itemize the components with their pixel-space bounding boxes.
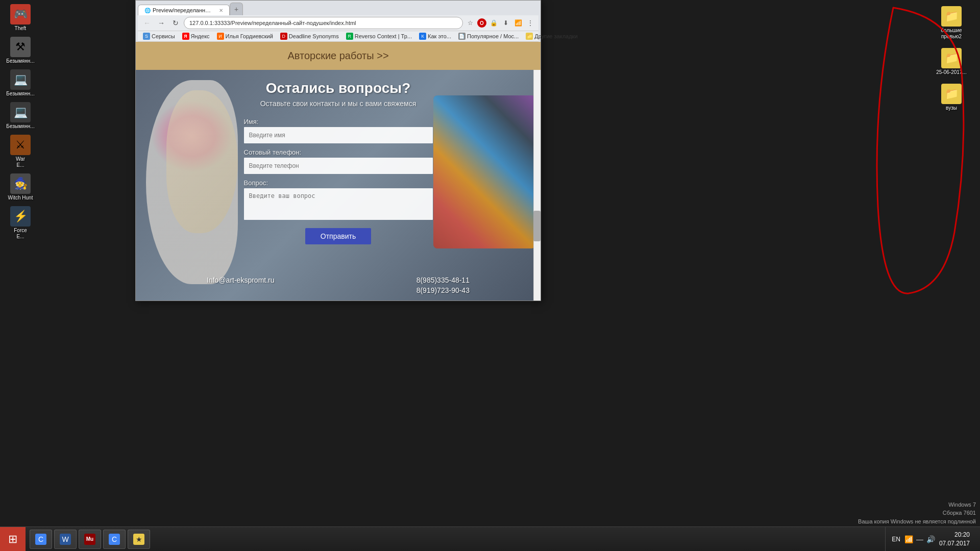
bigpreview-icon: 📁 (941, 6, 962, 27)
desktop-icons-left: 🎮 Theft ⚒ Безымянн... 💻 Безымянн... 💻 Бе… (0, 0, 41, 244)
taskbar-clock: 20:20 07.07.2017 (939, 531, 974, 548)
taskbar-muse-button[interactable]: Mu (79, 530, 101, 549)
extensions-icon[interactable]: 🔒 (488, 18, 499, 28)
bookmark-services[interactable]: S Сервисы (141, 32, 177, 40)
bigpreview-label: большие превью2 (935, 28, 968, 40)
bookmark-reverso[interactable]: R Reverso Context | Тр... (344, 32, 414, 40)
form-group-question: Вопрос: (244, 179, 433, 222)
war-icon: ⚔ (10, 135, 31, 155)
cast-icon[interactable]: 📶 (513, 18, 523, 28)
idle2-label: Безымянн... (6, 123, 34, 130)
bookmark-services-label: Сервисы (152, 33, 175, 39)
contact-form: Имя: Сотовый телефон: Вопрос: Отправить (244, 118, 433, 244)
idle-icon: 💻 (10, 69, 31, 90)
bookmarks-bar: S Сервисы Я Яндекс И Илья Гордиевский D … (138, 31, 538, 42)
desktop-icon-vuzy[interactable]: 📁 вузы (933, 82, 970, 113)
desktop-icon-theft[interactable]: 🎮 Theft (2, 2, 39, 34)
contact-subtitle: Оставьте свои контакты и мы с вами свяже… (260, 99, 416, 108)
clock-time: 20:20 (939, 531, 970, 539)
theft-icon: 🎮 (10, 4, 31, 24)
force-label: ForceE... (14, 228, 27, 240)
bookmark-services-icon: S (143, 33, 150, 40)
idle-label: Безымянн... (6, 91, 34, 97)
nav-icons-right: ☆ O 🔒 ⬇ 📶 ⋮ (465, 18, 535, 28)
submit-button[interactable]: Отправить (305, 228, 371, 244)
taskbar-muse-icon: Mu (84, 534, 95, 545)
bookmark-other-icon: 📁 (526, 33, 533, 40)
taskbar-chrome-icon: C (35, 534, 46, 545)
bookmark-other[interactable]: 📁 Другие закладки (524, 32, 579, 40)
bookmark-kak[interactable]: К Как это... (417, 32, 453, 40)
question-textarea[interactable] (244, 188, 433, 220)
theft-label: Theft (15, 26, 27, 32)
phone-input[interactable] (244, 158, 433, 174)
nav-back-button[interactable]: ← (141, 17, 153, 29)
bookmark-popular-icon: 📄 (458, 33, 465, 40)
desktop-icon-datefolder[interactable]: 📁 25-06-2017... (933, 46, 970, 78)
nav-forward-button[interactable]: → (155, 17, 167, 29)
bookmark-deadline-icon: D (280, 33, 287, 40)
contact-phone2: 8(919)723-90-43 (416, 286, 470, 294)
bookmark-yandex-label: Яндекс (191, 33, 210, 39)
desktop-icon-witch[interactable]: 🧙 Witch Hunt (2, 171, 39, 203)
contact-phones: 8(985)335-48-11 8(919)723-90-43 (416, 276, 470, 294)
vuzy-icon: 📁 (941, 84, 962, 104)
bookmark-yandex[interactable]: Я Яндекс (180, 32, 212, 40)
bookmark-star-icon[interactable]: ☆ (465, 18, 475, 28)
desktop-icon-force[interactable]: ⚡ ForceE... (2, 204, 39, 242)
taskbar-word-button[interactable]: W (54, 530, 77, 549)
vuzy-label: вузы (946, 105, 957, 111)
download-icon[interactable]: ⬇ (501, 18, 511, 28)
desktop-icons-right: 📁 большие превью2 📁 25-06-2017... 📁 вузы (929, 0, 980, 117)
contact-email: Info@art-ekspromt.ru (207, 276, 274, 294)
form-group-phone: Сотовый телефон: (244, 148, 433, 174)
desktop-icon-bigpreview[interactable]: 📁 большие превью2 (933, 4, 970, 42)
taskbar-star-icon: ★ (133, 534, 144, 545)
opera-icon: O (477, 18, 486, 28)
bookmark-kak-label: Как это... (428, 33, 451, 39)
contact-content: Остались вопросы? Оставьте свои контакты… (136, 70, 541, 244)
menu-icon[interactable]: ⋮ (525, 18, 535, 28)
desktop: 🎮 Theft ⚒ Безымянн... 💻 Безымянн... 💻 Бе… (0, 0, 980, 551)
desktop-icon-craft[interactable]: ⚒ Безымянн... (2, 35, 39, 66)
nav-refresh-button[interactable]: ↻ (169, 17, 182, 29)
taskbar: ⊞ C W Mu C ★ EN 📶 — 🔊 (0, 527, 980, 551)
taskbar-items: C W Mu C ★ (26, 530, 885, 549)
bookmark-ilya-label: Илья Гордиевский (226, 33, 273, 39)
form-group-name: Имя: (244, 118, 433, 143)
tab-close-icon[interactable]: ✕ (219, 8, 223, 13)
contact-bottom: Info@art-ekspromt.ru 8(985)335-48-11 8(9… (136, 276, 541, 294)
address-bar[interactable] (184, 17, 463, 29)
witch-label: Witch Hunt (8, 195, 33, 201)
browser-tab-active[interactable]: 🌐 Preview/переделанный-сайт-подушек/inde… (138, 5, 230, 15)
desktop-icon-war[interactable]: ⚔ WarE... (2, 133, 39, 170)
browser-tabs-row: 🌐 Preview/переделанный-сайт-подушек/inde… (138, 3, 538, 15)
clock-date: 07.07.2017 (939, 539, 970, 548)
taskbar-tray: EN 📶 — 🔊 20:20 07.07.2017 (885, 527, 980, 552)
bookmark-popular[interactable]: 📄 Популярное / Мос... (456, 32, 521, 40)
site-banner: Авторские работы >> (136, 42, 541, 70)
witch-icon: 🧙 (10, 173, 31, 194)
bookmark-deadline-label: Deadline Synonyms (289, 33, 339, 39)
bookmark-deadline[interactable]: D Deadline Synonyms (278, 32, 341, 40)
taskbar-chrome2-button[interactable]: C (103, 530, 126, 549)
desktop-icon-idle[interactable]: 💻 Безымянн... (2, 67, 39, 99)
desktop-icon-idle2[interactable]: 💻 Безымянн... (2, 100, 39, 132)
contact-phone1: 8(985)335-48-11 (416, 276, 470, 284)
browser-nav-row: ← → ↻ ☆ O 🔒 ⬇ 📶 ⋮ (138, 15, 538, 31)
bookmark-reverso-label: Reverso Context | Тр... (355, 33, 412, 39)
datefolder-icon: 📁 (941, 48, 962, 68)
win7-line2: Сборка 7601 (858, 509, 976, 517)
win7-notice: Windows 7 Сборка 7601 Ваша копия Windows… (854, 499, 980, 527)
taskbar-chrome-button[interactable]: C (30, 530, 52, 549)
bookmark-ilya[interactable]: И Илья Гордиевский (215, 32, 275, 40)
bookmark-kak-icon: К (419, 33, 426, 40)
name-input[interactable] (244, 127, 433, 143)
bookmark-popular-label: Популярное / Мос... (467, 33, 519, 39)
start-button[interactable]: ⊞ (0, 527, 26, 552)
browser-new-tab[interactable]: + (230, 3, 243, 15)
banner-text: Авторские работы >> (287, 50, 388, 61)
craft-icon: ⚒ (10, 37, 31, 57)
name-label: Имя: (244, 118, 433, 126)
taskbar-star-button[interactable]: ★ (128, 530, 150, 549)
